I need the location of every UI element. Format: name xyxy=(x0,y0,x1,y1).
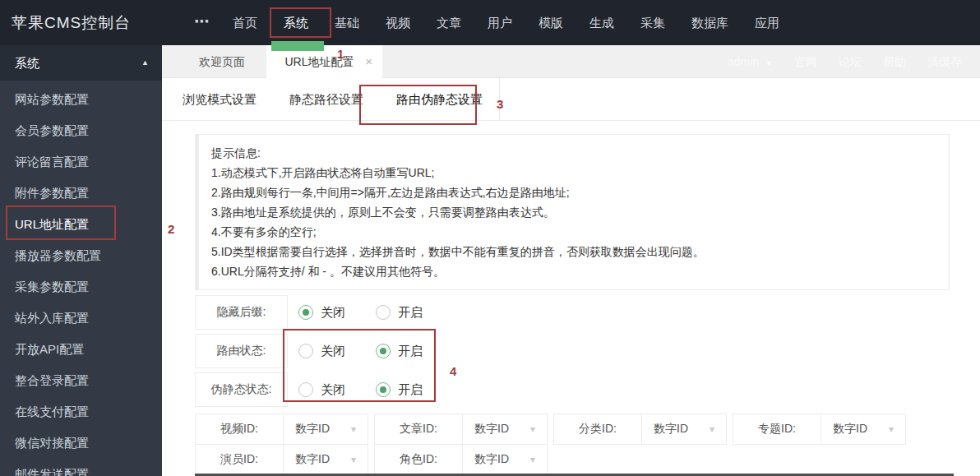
tips-line: 3.路由地址是系统提供的，原则上不会变，只需要调整路由表达式。 xyxy=(211,202,936,222)
actor-id-label: 演员ID: xyxy=(196,445,284,474)
settings-subtabs: 浏览模式设置 静态路径设置 路由伪静态设置 xyxy=(162,78,980,121)
id-row-1: 视频ID: 数字ID ▾ 文章ID: 数字ID ▾ xyxy=(195,414,950,445)
tab-welcome[interactable]: 欢迎页面 xyxy=(181,45,263,78)
video-id-select[interactable]: 数字ID ▾ xyxy=(284,414,368,444)
nav-item-video[interactable]: 视频 xyxy=(372,0,423,45)
close-tab-icon[interactable]: × xyxy=(365,45,372,78)
link-help[interactable]: 帮助 xyxy=(883,45,906,78)
nav-item-system[interactable]: 系统 xyxy=(270,0,321,45)
nav-item-collect[interactable]: 采集 xyxy=(627,0,678,45)
id-row-2: 演员ID: 数字ID ▾ 角色ID: 数字ID ▾ xyxy=(195,444,950,475)
category-id-select[interactable]: 数字ID ▾ xyxy=(642,414,726,444)
sidebar-item-attachment-params[interactable]: 附件参数配置 xyxy=(0,178,162,209)
category-id-cell: 分类ID: 数字ID ▾ xyxy=(553,414,727,445)
chevron-down-icon: ▾ xyxy=(889,423,894,435)
sidebar-group-label: 系统 xyxy=(15,56,39,70)
rewrite-status-on-radio[interactable]: 开启 xyxy=(376,382,453,398)
username: admin xyxy=(728,55,759,68)
sidebar-item-email-config[interactable]: 邮件发送配置 xyxy=(0,459,162,476)
route-status-row: 路由状态: 关闭 开启 xyxy=(195,334,950,368)
nav-item-template[interactable]: 模版 xyxy=(525,0,576,45)
nav-item-apps[interactable]: 应用 xyxy=(742,0,793,45)
app-window: 苹果CMS控制台 ⋯ 首页 系统 基础 视频 文章 用户 模版 生成 采集 数据… xyxy=(0,0,980,476)
sidebar-item-comment-config[interactable]: 评论留言配置 xyxy=(0,146,162,178)
chevron-down-icon: ▼ xyxy=(765,59,773,67)
hide-suffix-options: 关闭 开启 xyxy=(298,305,453,321)
hide-suffix-off-radio[interactable]: 关闭 xyxy=(298,305,376,321)
sidebar-menu: 网站参数配置 会员参数配置 评论留言配置 附件参数配置 URL地址配置 播放器参… xyxy=(0,81,162,476)
nav-item-article[interactable]: 文章 xyxy=(423,0,474,45)
nav-item-home[interactable]: 首页 xyxy=(220,0,270,45)
nav-item-database[interactable]: 数据库 xyxy=(678,0,742,45)
article-id-cell: 文章ID: 数字ID ▾ xyxy=(374,414,548,445)
radio-icon xyxy=(298,305,313,320)
role-id-label: 角色ID: xyxy=(375,445,463,474)
id-type-table: 视频ID: 数字ID ▾ 文章ID: 数字ID ▾ xyxy=(195,414,950,475)
rewrite-status-off-radio[interactable]: 关闭 xyxy=(298,382,376,398)
article-id-label: 文章ID: xyxy=(375,414,463,444)
radio-icon xyxy=(298,344,313,358)
nav-item-basic[interactable]: 基础 xyxy=(321,0,372,45)
top-nav: 首页 系统 基础 视频 文章 用户 模版 生成 采集 数据库 应用 xyxy=(220,0,793,45)
active-nav-indicator xyxy=(271,41,324,51)
video-id-label: 视频ID: xyxy=(196,414,284,444)
video-id-cell: 视频ID: 数字ID ▾ xyxy=(195,414,368,445)
sidebar-item-online-payment[interactable]: 在线支付配置 xyxy=(0,396,162,427)
subtab-browse-mode[interactable]: 浏览模式设置 xyxy=(166,78,273,120)
tab-label: URL地址配置 xyxy=(284,55,354,68)
rewrite-status-options: 关闭 开启 xyxy=(298,382,453,398)
user-dropdown[interactable]: admin ▼ xyxy=(728,45,773,78)
chevron-down-icon: ▾ xyxy=(710,423,714,435)
sidebar-item-external-storage[interactable]: 站外入库配置 xyxy=(0,303,162,334)
settings-content: 提示信息: 1.动态模式下,开启路由状态将自动重写URL; 2.路由规则每行一条… xyxy=(162,122,980,476)
role-id-select[interactable]: 数字ID ▾ xyxy=(463,445,547,474)
actor-id-select[interactable]: 数字ID ▾ xyxy=(284,445,368,474)
hide-suffix-label: 隐藏后缀: xyxy=(195,295,288,330)
topic-id-select[interactable]: 数字ID ▾ xyxy=(821,414,905,444)
hide-suffix-on-radio[interactable]: 开启 xyxy=(376,305,453,321)
link-clear-cache[interactable]: 清缓存 xyxy=(927,45,962,78)
nav-item-user[interactable]: 用户 xyxy=(474,0,525,45)
sidebar-item-player-params[interactable]: 播放器参数配置 xyxy=(0,240,162,271)
route-status-label: 路由状态: xyxy=(195,334,288,368)
tips-line: 4.不要有多余的空行; xyxy=(211,222,936,242)
route-status-options: 关闭 开启 xyxy=(298,344,453,359)
link-forum[interactable]: 论坛 xyxy=(839,45,862,78)
top-navbar: 苹果CMS控制台 ⋯ 首页 系统 基础 视频 文章 用户 模版 生成 采集 数据… xyxy=(0,0,980,45)
tips-line: 5.ID类型根据需要自行选择，选择拼音时，数据中不能有重复的拼音，否则获取数据会… xyxy=(211,242,936,261)
collapse-up-icon: ▲ xyxy=(141,45,149,81)
tips-box: 提示信息: 1.动态模式下,开启路由状态将自动重写URL; 2.路由规则每行一条… xyxy=(195,134,950,290)
nav-item-generate[interactable]: 生成 xyxy=(576,0,627,45)
chevron-down-icon: ▾ xyxy=(351,423,356,435)
sidebar-item-wechat-config[interactable]: 微信对接配置 xyxy=(0,427,162,459)
collapse-menu-icon[interactable]: ⋯ xyxy=(194,0,209,44)
sidebar-item-url-config[interactable]: URL地址配置 xyxy=(0,209,162,240)
sidebar-item-site-params[interactable]: 网站参数配置 xyxy=(0,84,162,115)
app-logo: 苹果CMS控制台 xyxy=(12,0,131,45)
category-id-label: 分类ID: xyxy=(554,414,642,444)
sidebar-item-open-api[interactable]: 开放API配置 xyxy=(0,334,162,365)
article-id-select[interactable]: 数字ID ▾ xyxy=(463,414,547,444)
tips-line: 2.路由规则每行一条,中间用=>隔开,左边是路由表达式,右边是路由地址; xyxy=(211,183,936,202)
topic-id-cell: 专题ID: 数字ID ▾ xyxy=(733,414,906,445)
topic-id-label: 专题ID: xyxy=(733,414,821,444)
radio-icon xyxy=(376,382,391,397)
header-user-links: admin ▼ 官网 论坛 帮助 清缓存 xyxy=(728,45,962,78)
sidebar-item-member-params[interactable]: 会员参数配置 xyxy=(0,115,162,146)
tips-title: 提示信息: xyxy=(211,143,936,163)
subtab-route-rewrite[interactable]: 路由伪静态设置 xyxy=(380,78,500,120)
route-status-on-radio[interactable]: 开启 xyxy=(376,344,453,359)
radio-icon xyxy=(376,305,391,320)
tips-line: 1.动态模式下,开启路由状态将自动重写URL; xyxy=(211,163,936,183)
route-status-off-radio[interactable]: 关闭 xyxy=(298,344,376,359)
tips-line: 6.URL分隔符支持/ 和 - 。不建议用其他符号。 xyxy=(211,261,936,281)
sidebar-item-collect-params[interactable]: 采集参数配置 xyxy=(0,271,162,303)
sidebar-item-integrated-login[interactable]: 整合登录配置 xyxy=(0,365,162,396)
rewrite-status-row: 伪静态状态: 关闭 开启 xyxy=(195,372,950,407)
rewrite-status-label: 伪静态状态: xyxy=(195,372,288,407)
sidebar-group-system[interactable]: 系统 ▲ xyxy=(0,45,162,81)
subtab-static-path[interactable]: 静态路径设置 xyxy=(273,78,380,120)
link-official-site[interactable]: 官网 xyxy=(794,45,817,78)
chevron-down-icon: ▾ xyxy=(530,454,535,465)
chevron-down-icon: ▾ xyxy=(351,454,356,465)
